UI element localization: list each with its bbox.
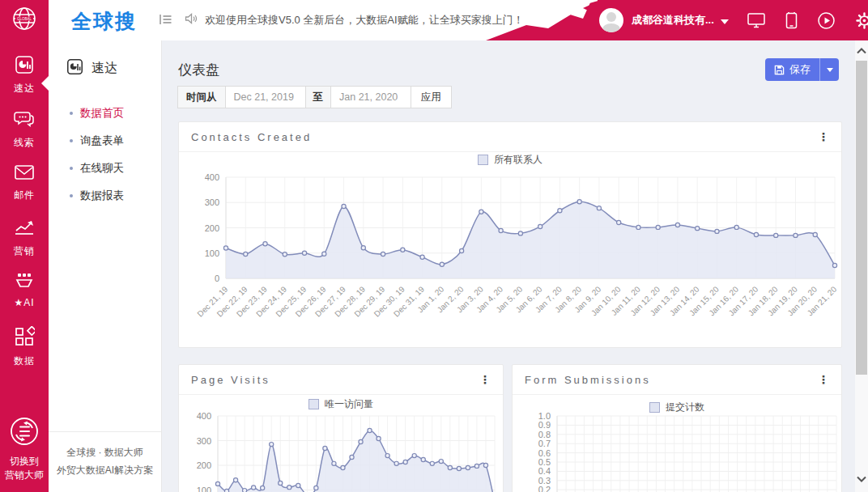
svg-text:Jan 2, 20: Jan 2, 20 bbox=[436, 284, 466, 314]
legend-checkbox[interactable] bbox=[308, 399, 319, 409]
scroll-up-arrow[interactable] bbox=[857, 43, 866, 57]
bullet-icon bbox=[70, 167, 73, 170]
sidebar-item-label: 速达 bbox=[14, 82, 35, 95]
svg-text:0: 0 bbox=[215, 274, 219, 283]
user-avatar[interactable] bbox=[599, 8, 623, 32]
form-submissions-card: Form Submissions ⋮ 提交计数 0.00.10.20.30.40… bbox=[512, 364, 842, 492]
save-disk-icon bbox=[774, 65, 785, 75]
svg-text:100: 100 bbox=[205, 248, 219, 258]
svg-text:Jan 17, 20: Jan 17, 20 bbox=[727, 284, 760, 317]
svg-text:0.9: 0.9 bbox=[538, 420, 551, 430]
sidebar-item-marketing[interactable]: 营销 bbox=[0, 218, 49, 272]
svg-text:Dec 28, 19: Dec 28, 19 bbox=[333, 284, 367, 318]
svg-text:Dec 21, 19: Dec 21, 19 bbox=[195, 284, 229, 318]
play-circle-icon[interactable] bbox=[817, 11, 836, 30]
date-from-label: 时间从 bbox=[177, 86, 226, 108]
chevron-down-icon[interactable] bbox=[721, 13, 729, 28]
bullet-icon bbox=[70, 139, 73, 142]
envelope-icon bbox=[14, 163, 35, 184]
header-right: 成都谷道科技有... bbox=[586, 0, 868, 40]
switch-mode-button[interactable]: 切换到营销大师 bbox=[0, 416, 49, 482]
apply-button[interactable]: 应用 bbox=[411, 86, 452, 108]
desktop-icon[interactable] bbox=[747, 11, 766, 29]
bullet-icon bbox=[70, 112, 73, 115]
submenu-title: 速达 bbox=[91, 60, 117, 77]
sidebar-item-ai[interactable]: ★AI bbox=[0, 272, 49, 326]
scroll-down-arrow[interactable] bbox=[857, 471, 866, 486]
svg-text:Jan 21, 20: Jan 21, 20 bbox=[806, 284, 839, 317]
robot-icon bbox=[14, 272, 35, 293]
svg-text:Jan 13, 20: Jan 13, 20 bbox=[649, 284, 682, 317]
chart-legend: 所有联系人 bbox=[179, 153, 841, 167]
legend-label: 提交计数 bbox=[666, 401, 704, 414]
gear-icon[interactable] bbox=[855, 11, 868, 30]
primary-nav: 速达 线索 邮件 营销 bbox=[0, 40, 49, 380]
svg-text:0.7: 0.7 bbox=[538, 439, 551, 448]
switch-label: 切换到营销大师 bbox=[5, 455, 44, 482]
submenu-item-data-reports[interactable]: 数据报表 bbox=[49, 182, 161, 210]
scrollbar-thumb[interactable] bbox=[856, 61, 867, 375]
svg-text:200: 200 bbox=[197, 460, 211, 470]
submenu-item-online-chat[interactable]: 在线聊天 bbox=[49, 155, 161, 182]
svg-text:0.5: 0.5 bbox=[538, 457, 551, 467]
svg-text:Dec 27, 19: Dec 27, 19 bbox=[313, 284, 347, 318]
svg-text:100: 100 bbox=[197, 486, 211, 492]
kebab-menu-icon[interactable]: ⋮ bbox=[818, 374, 829, 385]
sidebar-collapse-icon[interactable] bbox=[160, 14, 172, 28]
switch-refresh-icon bbox=[9, 416, 40, 450]
kebab-menu-icon[interactable]: ⋮ bbox=[818, 131, 829, 142]
save-button[interactable]: 保存 bbox=[765, 58, 819, 81]
data-blocks-icon bbox=[14, 326, 35, 350]
svg-text:0.6: 0.6 bbox=[538, 448, 551, 458]
svg-text:Jan 7, 20: Jan 7, 20 bbox=[534, 284, 564, 314]
svg-text:Jan 14, 20: Jan 14, 20 bbox=[668, 284, 701, 317]
chat-bubbles-icon bbox=[14, 109, 35, 132]
company-dropdown[interactable]: 成都谷道科技有... bbox=[632, 13, 714, 28]
sidebar-item-label: ★AI bbox=[14, 297, 34, 308]
svg-text:Jan 18, 20: Jan 18, 20 bbox=[747, 284, 780, 317]
kebab-menu-icon[interactable]: ⋮ bbox=[479, 374, 491, 385]
footer-slogan-line: 外贸大数据AI解决方案 bbox=[53, 461, 156, 479]
legend-label: 唯一访问量 bbox=[325, 397, 373, 411]
svg-text:0.3: 0.3 bbox=[538, 476, 551, 486]
save-dropdown-button[interactable] bbox=[819, 58, 839, 81]
sidebar-item-label: 邮件 bbox=[14, 189, 35, 202]
footer-brand-line: 全球搜 · 数据大师 bbox=[53, 443, 156, 461]
svg-text:200: 200 bbox=[205, 223, 219, 233]
globe-logo-icon[interactable]: GLOBAL bbox=[11, 5, 38, 36]
speaker-icon bbox=[185, 13, 198, 28]
svg-text:Jan 6, 20: Jan 6, 20 bbox=[514, 284, 544, 314]
svg-text:Dec 24, 19: Dec 24, 19 bbox=[254, 284, 288, 318]
page-visits-card: Page Visits ⋮ 唯一访问量 0100200300400 bbox=[178, 364, 504, 492]
sidebar-item-data[interactable]: 数据 bbox=[0, 326, 49, 380]
svg-text:400: 400 bbox=[197, 411, 211, 421]
sidebar-item-leads[interactable]: 线索 bbox=[0, 109, 49, 163]
legend-checkbox[interactable] bbox=[649, 402, 660, 413]
main-content: 仪表盘 保存 时间从 至 应用 Contacts Created ⋮ bbox=[162, 40, 855, 492]
primary-sidebar: 速达 线索 邮件 营销 bbox=[0, 40, 49, 492]
legend-checkbox[interactable] bbox=[478, 155, 488, 165]
secondary-sidebar: 速达 数据首页 询盘表单 在线聊天 数据报表 全球搜 · 数据大师 外贸大数据A… bbox=[49, 40, 162, 492]
card-title: Form Submissions bbox=[525, 374, 651, 386]
date-to-input[interactable] bbox=[330, 86, 411, 108]
submenu-item-inquiry-forms[interactable]: 询盘表单 bbox=[49, 127, 161, 155]
chevron-down-icon bbox=[827, 68, 833, 72]
svg-text:Dec 25, 19: Dec 25, 19 bbox=[274, 284, 308, 318]
date-from-input[interactable] bbox=[225, 86, 306, 108]
submenu-item-data-home[interactable]: 数据首页 bbox=[49, 100, 161, 127]
bullet-icon bbox=[70, 194, 73, 197]
trend-up-icon bbox=[14, 218, 35, 240]
svg-text:0.2: 0.2 bbox=[538, 485, 551, 492]
svg-text:GLOBAL: GLOBAL bbox=[17, 17, 32, 21]
svg-text:Dec 22, 19: Dec 22, 19 bbox=[215, 284, 249, 318]
svg-text:300: 300 bbox=[197, 436, 211, 446]
svg-text:Dec 23, 19: Dec 23, 19 bbox=[235, 284, 269, 318]
chart-legend: 唯一访问量 bbox=[179, 397, 503, 411]
sidebar-item-label: 营销 bbox=[14, 244, 35, 258]
submenu-footer: 全球搜 · 数据大师 外贸大数据AI解决方案 bbox=[49, 431, 161, 492]
sidebar-item-mail[interactable]: 邮件 bbox=[0, 163, 49, 218]
contacts-created-card: Contacts Created ⋮ 所有联系人 0100200300400De… bbox=[178, 121, 842, 348]
svg-text:300: 300 bbox=[205, 197, 219, 207]
mobile-icon[interactable] bbox=[785, 11, 798, 30]
legend-label: 所有联系人 bbox=[494, 153, 542, 167]
